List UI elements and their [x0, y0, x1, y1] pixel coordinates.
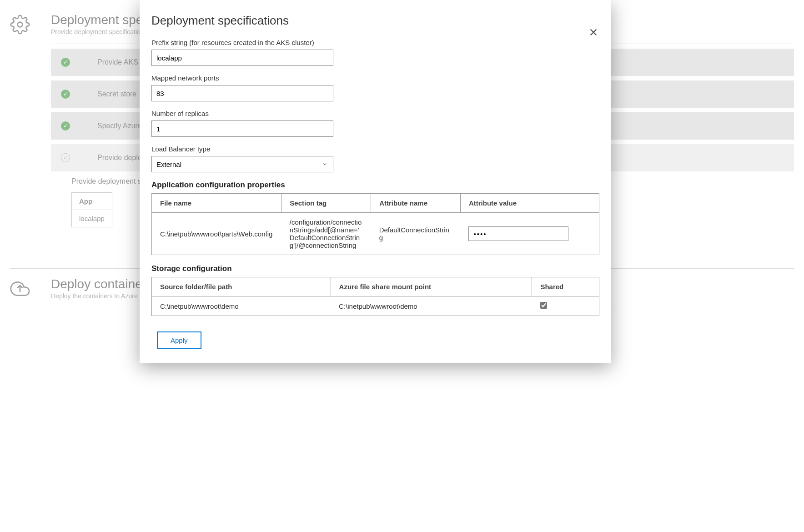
- cell-shared: [532, 296, 599, 316]
- col-attrname: Attribute name: [371, 194, 461, 213]
- table-row: C:\inetpub\wwwroot\demo C:\inetpub\wwwro…: [152, 296, 599, 316]
- storage-config-table: Source folder/file path Azure file share…: [151, 277, 599, 316]
- replicas-label: Number of replicas: [151, 110, 599, 117]
- shared-checkbox[interactable]: [540, 302, 547, 309]
- app-config-table: File name Section tag Attribute name Att…: [151, 193, 599, 255]
- col-src: Source folder/file path: [152, 277, 331, 296]
- prefix-label: Prefix string (for resources created in …: [151, 39, 599, 46]
- deployment-spec-modal: Deployment specifications Prefix string …: [140, 0, 611, 363]
- cell-file: C:\inetpub\wwwroot\parts\Web.config: [152, 213, 281, 255]
- cell-mount: C:\inetpub\wwwroot\demo: [331, 296, 532, 316]
- loadbalancer-label: Load Balancer type: [151, 145, 599, 153]
- storage-config-heading: Storage configuration: [151, 264, 599, 273]
- cell-src: C:\inetpub\wwwroot\demo: [152, 296, 331, 316]
- cell-tag: /configuration/connectionStrings/add[@na…: [281, 213, 371, 255]
- modal-title: Deployment specifications: [151, 14, 599, 28]
- cell-attrname: DefaultConnectionString: [371, 213, 461, 255]
- col-shared: Shared: [532, 277, 599, 296]
- replicas-input[interactable]: [151, 120, 333, 137]
- col-tag: Section tag: [281, 194, 371, 213]
- close-icon[interactable]: [588, 27, 598, 39]
- loadbalancer-select[interactable]: External: [151, 156, 333, 172]
- prefix-input[interactable]: [151, 50, 333, 66]
- col-file: File name: [152, 194, 281, 213]
- apply-button[interactable]: Apply: [157, 331, 201, 349]
- app-config-heading: Application configuration properties: [151, 181, 599, 190]
- ports-label: Mapped network ports: [151, 74, 599, 82]
- col-attrval: Attribute value: [460, 194, 599, 213]
- ports-input[interactable]: [151, 85, 333, 101]
- cell-attrval: [460, 213, 599, 255]
- table-row: C:\inetpub\wwwroot\parts\Web.config /con…: [152, 213, 599, 255]
- attribute-value-input[interactable]: [468, 226, 568, 241]
- col-mount: Azure file share mount point: [331, 277, 532, 296]
